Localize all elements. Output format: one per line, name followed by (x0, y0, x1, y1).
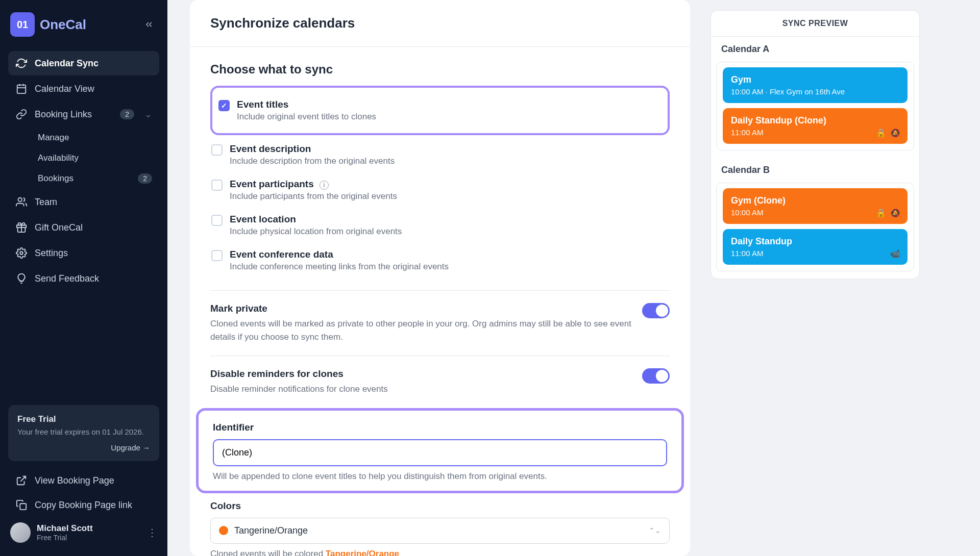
sync-icon (15, 57, 28, 69)
nav-label: Settings (35, 248, 68, 259)
copy-booking-link[interactable]: Copy Booking Page link (8, 493, 159, 517)
colors-select[interactable]: Tangerine/Orange ⌃⌄ (210, 518, 670, 544)
user-row: Michael Scott Free Trial ⋮ (8, 517, 159, 548)
disable-reminders-row: Disable reminders for clones Disable rem… (210, 368, 670, 396)
event-icons: 📹 (890, 249, 900, 259)
nav-label: Availability (38, 153, 79, 163)
trial-box: Free Trial Your free trial expires on 01… (8, 405, 159, 461)
toggle-desc: Cloned events will be marked as private … (210, 317, 632, 343)
checkbox[interactable] (211, 215, 223, 226)
mark-private-row: Mark private Cloned events will be marke… (210, 303, 670, 343)
option-label: Event location (230, 214, 402, 225)
logo[interactable]: 01 OneCal (10, 12, 86, 37)
event-sub: 10:00 AM · Flex Gym on 16th Ave (731, 87, 899, 96)
checkbox[interactable] (211, 250, 223, 261)
lock-icon: 🔒 (876, 128, 886, 138)
color-swatch-icon (219, 526, 228, 535)
lock-icon: 🔒 (876, 208, 886, 218)
option-event-description[interactable]: Event description Include description fr… (210, 137, 670, 172)
event-title: Gym (731, 74, 899, 85)
nav-badge: 2 (120, 109, 134, 119)
nav-badge: 2 (138, 173, 152, 184)
preview-card: SYNC PREVIEW Calendar A Gym 10:00 AM · F… (710, 10, 920, 279)
card-body: Choose what to sync Event titles Include… (190, 47, 690, 556)
nav-team[interactable]: Team (8, 190, 159, 214)
nav-availability[interactable]: Availability (31, 148, 159, 168)
option-desc: Include original event titles to clones (237, 112, 376, 122)
nav-label: Team (35, 197, 57, 208)
colors-label: Colors (210, 500, 670, 512)
page-title: Synchronize calendars (210, 15, 670, 31)
view-booking-page-link[interactable]: View Booking Page (8, 468, 159, 493)
option-desc: Include description from the original ev… (230, 156, 395, 166)
event-icons: 🔒 🔕 (876, 208, 900, 218)
disable-reminders-toggle[interactable] (642, 368, 670, 384)
nav-label: Booking Links (35, 109, 92, 120)
divider (210, 290, 670, 291)
lightbulb-icon (15, 272, 28, 285)
svg-point-3 (20, 251, 23, 255)
chevron-down-icon: ⌄ (144, 109, 152, 120)
event-sub: 11:00 AM (731, 249, 899, 258)
event-icons: 🔒 🔕 (876, 128, 900, 138)
nav-label: Manage (38, 133, 69, 143)
colors-hint: Cloned events will be colored Tangerine/… (210, 549, 670, 557)
nav-bookings[interactable]: Bookings 2 (31, 168, 159, 189)
calendar-icon (15, 83, 28, 95)
nav-settings[interactable]: Settings (8, 241, 159, 265)
option-label: Event conference data (230, 249, 449, 260)
checkbox[interactable] (218, 100, 230, 111)
event-sub: 11:00 AM (731, 128, 899, 137)
checkbox[interactable] (211, 144, 223, 156)
option-event-titles[interactable]: Event titles Include original event titl… (217, 93, 657, 128)
calendar-b-label: Calendar B (711, 158, 919, 183)
option-event-conference[interactable]: Event conference data Include conference… (210, 243, 670, 278)
nav-gift[interactable]: Gift OneCal (8, 215, 159, 240)
nav-calendar-view[interactable]: Calendar View (8, 77, 159, 101)
svg-point-1 (18, 198, 22, 201)
team-icon (15, 196, 28, 208)
settings-card: Synchronize calendars Choose what to syn… (190, 0, 690, 556)
checkbox[interactable] (211, 180, 223, 191)
card-header: Synchronize calendars (190, 0, 690, 47)
user-name: Michael Scott (37, 523, 93, 534)
option-event-participants[interactable]: Event participants i Include participant… (210, 172, 670, 208)
nav-calendar-sync[interactable]: Calendar Sync (8, 51, 159, 75)
gear-icon (15, 247, 28, 259)
toggle-title: Mark private (210, 303, 632, 314)
svg-rect-0 (17, 85, 26, 94)
option-event-location[interactable]: Event location Include physical location… (210, 208, 670, 243)
nav-manage[interactable]: Manage (31, 128, 159, 148)
video-icon: 📹 (890, 249, 900, 259)
event-sub: 10:00 AM (731, 208, 899, 217)
identifier-input[interactable] (213, 439, 667, 466)
event-title: Gym (Clone) (731, 195, 899, 206)
preview-column: SYNC PREVIEW Calendar A Gym 10:00 AM · F… (710, 0, 920, 556)
info-icon[interactable]: i (320, 181, 329, 190)
event-title: Daily Standup (Clone) (731, 115, 899, 126)
toggle-title: Disable reminders for clones (210, 368, 632, 380)
identifier-highlight: Identifier Will be appended to clone eve… (196, 408, 684, 493)
colors-value: Tangerine/Orange (234, 525, 308, 536)
option-label: Event titles (237, 99, 376, 110)
user-plan: Free Trial (37, 534, 93, 542)
divider (210, 356, 670, 356)
avatar[interactable] (10, 522, 31, 543)
event-standup: Daily Standup 11:00 AM 📹 (723, 229, 908, 265)
upgrade-link[interactable]: Upgrade → (17, 443, 150, 452)
main: Synchronize calendars Choose what to syn… (167, 0, 980, 556)
calendar-a-label: Calendar A (711, 37, 919, 62)
nav-label: Gift OneCal (35, 222, 83, 233)
mark-private-toggle[interactable] (642, 303, 670, 318)
nav-label: Bookings (38, 173, 74, 184)
link-label: View Booking Page (35, 475, 114, 486)
trial-text: Your free trial expires on 01 Jul 2026. (17, 426, 150, 437)
calendar-a-events: Gym 10:00 AM · Flex Gym on 16th Ave Dail… (716, 62, 914, 150)
link-icon (15, 108, 28, 120)
event-standup-clone: Daily Standup (Clone) 11:00 AM 🔒 🔕 (723, 108, 908, 144)
collapse-sidebar-button[interactable] (141, 16, 157, 33)
gift-icon (15, 221, 28, 234)
nav-feedback[interactable]: Send Feedback (8, 266, 159, 291)
nav-booking-links[interactable]: Booking Links 2 ⌄ (8, 102, 159, 127)
user-menu-button[interactable]: ⋮ (147, 526, 157, 539)
